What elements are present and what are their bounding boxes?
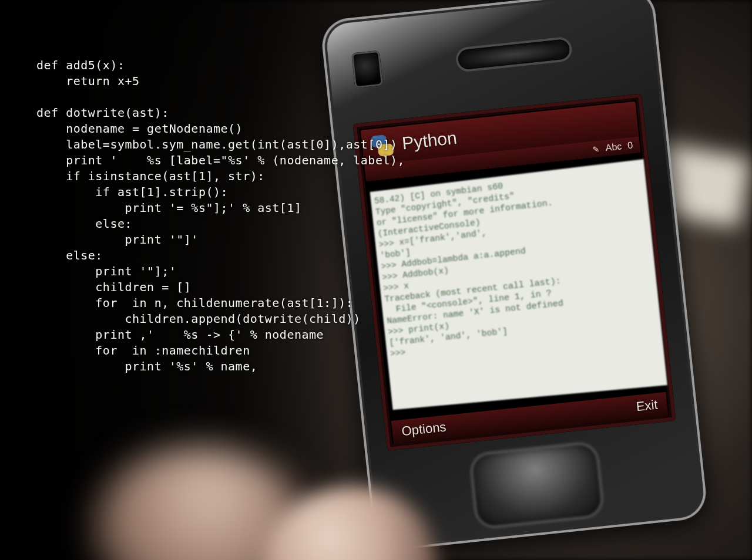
- overlay-code-text: def add5(x): return x+5 def dotwrite(ast…: [36, 58, 405, 375]
- app-title: Python: [401, 128, 458, 154]
- phone-keypad[interactable]: [468, 441, 605, 530]
- edit-icon: ✎: [592, 144, 600, 154]
- softkey-exit[interactable]: Exit: [636, 397, 659, 414]
- softkey-options[interactable]: Options: [401, 419, 446, 439]
- char-count: 0: [627, 140, 633, 151]
- python-console[interactable]: 58.42) [C] on symbian s60 Type "copyrigh…: [370, 159, 667, 410]
- input-mode: Abc: [605, 141, 622, 153]
